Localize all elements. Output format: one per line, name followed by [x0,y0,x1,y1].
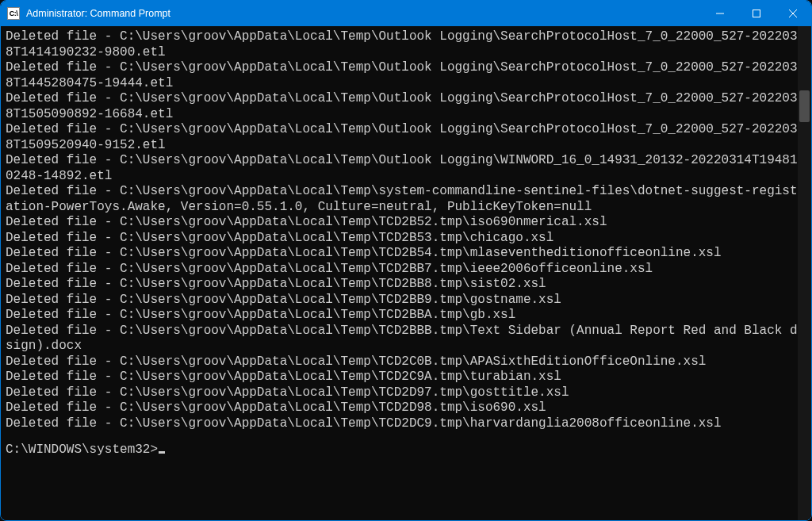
scrollbar-thumb[interactable] [799,90,810,122]
terminal-area: Deleted file - C:\Users\groov\AppData\Lo… [1,26,811,520]
cursor [159,451,165,454]
close-icon [789,10,797,17]
output-line: Deleted file - C:\Users\groov\AppData\Lo… [6,184,806,215]
output-line: Deleted file - C:\Users\groov\AppData\Lo… [6,354,806,370]
window-title: Administrator: Command Prompt [26,8,702,19]
output-line: Deleted file - C:\Users\groov\AppData\Lo… [6,29,806,60]
output-line: Deleted file - C:\Users\groov\AppData\Lo… [6,262,806,278]
maximize-button[interactable] [738,1,775,26]
output-line: Deleted file - C:\Users\groov\AppData\Lo… [6,400,806,416]
close-button[interactable] [775,1,811,26]
output-line: Deleted file - C:\Users\groov\AppData\Lo… [6,153,806,184]
prompt-text: C:\WINDOWS\system32> [6,442,158,457]
maximize-icon [753,10,760,17]
output-line: Deleted file - C:\Users\groov\AppData\Lo… [6,231,806,247]
prompt-line[interactable]: C:\WINDOWS\system32> [6,442,806,458]
output-line: Deleted file - C:\Users\groov\AppData\Lo… [6,60,806,91]
scrollbar-track[interactable] [798,26,811,520]
output-line: Deleted file - C:\Users\groov\AppData\Lo… [6,308,806,324]
output-line: Deleted file - C:\Users\groov\AppData\Lo… [6,370,806,385]
output-line: Deleted file - C:\Users\groov\AppData\Lo… [6,385,806,401]
minimize-icon [716,10,724,17]
cmd-icon: C:\ [7,7,20,20]
titlebar[interactable]: C:\ Administrator: Command Prompt [1,1,811,26]
terminal-content[interactable]: Deleted file - C:\Users\groov\AppData\Lo… [1,26,811,520]
output-line: Deleted file - C:\Users\groov\AppData\Lo… [6,416,806,432]
output-line: Deleted file - C:\Users\groov\AppData\Lo… [6,277,806,293]
minimize-button[interactable] [702,1,738,26]
output-line: Deleted file - C:\Users\groov\AppData\Lo… [6,293,806,308]
output-line: Deleted file - C:\Users\groov\AppData\Lo… [6,246,806,262]
output-line: Deleted file - C:\Users\groov\AppData\Lo… [6,122,806,153]
output-line: Deleted file - C:\Users\groov\AppData\Lo… [6,215,806,231]
window-controls [702,1,811,26]
output-line: Deleted file - C:\Users\groov\AppData\Lo… [6,324,806,354]
output-line: Deleted file - C:\Users\groov\AppData\Lo… [6,91,806,122]
svg-rect-1 [753,10,760,17]
